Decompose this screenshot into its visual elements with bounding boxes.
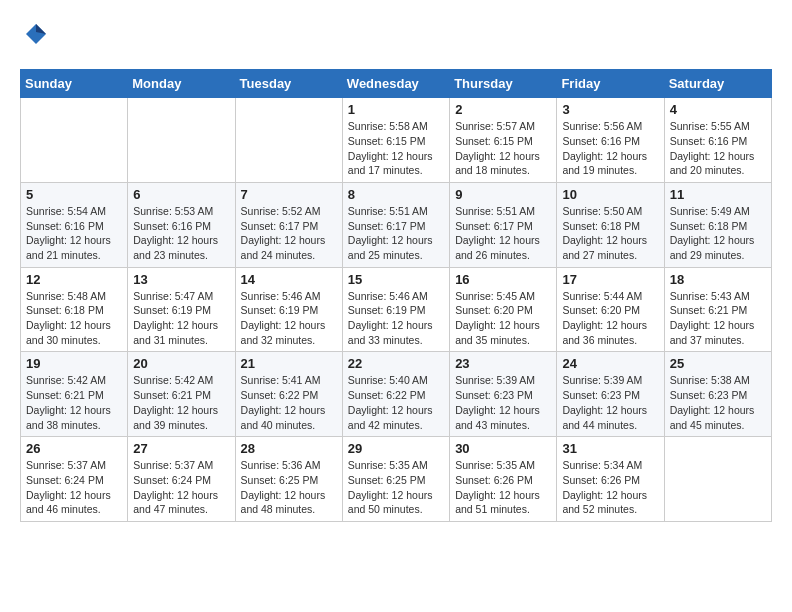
calendar-cell — [128, 98, 235, 183]
day-info: Sunrise: 5:56 AM Sunset: 6:16 PM Dayligh… — [562, 119, 658, 178]
day-info: Sunrise: 5:42 AM Sunset: 6:21 PM Dayligh… — [26, 373, 122, 432]
day-info: Sunrise: 5:46 AM Sunset: 6:19 PM Dayligh… — [348, 289, 444, 348]
day-info: Sunrise: 5:38 AM Sunset: 6:23 PM Dayligh… — [670, 373, 766, 432]
calendar-cell: 12Sunrise: 5:48 AM Sunset: 6:18 PM Dayli… — [21, 267, 128, 352]
calendar-cell: 11Sunrise: 5:49 AM Sunset: 6:18 PM Dayli… — [664, 182, 771, 267]
weekday-thursday: Thursday — [450, 70, 557, 98]
calendar-cell: 17Sunrise: 5:44 AM Sunset: 6:20 PM Dayli… — [557, 267, 664, 352]
weekday-saturday: Saturday — [664, 70, 771, 98]
day-number: 17 — [562, 272, 658, 287]
day-number: 8 — [348, 187, 444, 202]
day-info: Sunrise: 5:41 AM Sunset: 6:22 PM Dayligh… — [241, 373, 337, 432]
calendar-cell: 3Sunrise: 5:56 AM Sunset: 6:16 PM Daylig… — [557, 98, 664, 183]
calendar-cell: 6Sunrise: 5:53 AM Sunset: 6:16 PM Daylig… — [128, 182, 235, 267]
day-info: Sunrise: 5:36 AM Sunset: 6:25 PM Dayligh… — [241, 458, 337, 517]
day-info: Sunrise: 5:51 AM Sunset: 6:17 PM Dayligh… — [455, 204, 551, 263]
day-number: 23 — [455, 356, 551, 371]
day-number: 10 — [562, 187, 658, 202]
day-info: Sunrise: 5:35 AM Sunset: 6:25 PM Dayligh… — [348, 458, 444, 517]
calendar-cell: 30Sunrise: 5:35 AM Sunset: 6:26 PM Dayli… — [450, 437, 557, 522]
day-number: 24 — [562, 356, 658, 371]
day-info: Sunrise: 5:48 AM Sunset: 6:18 PM Dayligh… — [26, 289, 122, 348]
calendar-cell: 9Sunrise: 5:51 AM Sunset: 6:17 PM Daylig… — [450, 182, 557, 267]
calendar-cell: 7Sunrise: 5:52 AM Sunset: 6:17 PM Daylig… — [235, 182, 342, 267]
calendar-cell: 19Sunrise: 5:42 AM Sunset: 6:21 PM Dayli… — [21, 352, 128, 437]
day-number: 21 — [241, 356, 337, 371]
day-number: 27 — [133, 441, 229, 456]
day-number: 11 — [670, 187, 766, 202]
day-number: 26 — [26, 441, 122, 456]
day-info: Sunrise: 5:39 AM Sunset: 6:23 PM Dayligh… — [562, 373, 658, 432]
day-info: Sunrise: 5:45 AM Sunset: 6:20 PM Dayligh… — [455, 289, 551, 348]
calendar-cell: 25Sunrise: 5:38 AM Sunset: 6:23 PM Dayli… — [664, 352, 771, 437]
calendar-cell: 2Sunrise: 5:57 AM Sunset: 6:15 PM Daylig… — [450, 98, 557, 183]
day-number: 3 — [562, 102, 658, 117]
day-info: Sunrise: 5:51 AM Sunset: 6:17 PM Dayligh… — [348, 204, 444, 263]
day-info: Sunrise: 5:54 AM Sunset: 6:16 PM Dayligh… — [26, 204, 122, 263]
day-number: 30 — [455, 441, 551, 456]
calendar-cell: 29Sunrise: 5:35 AM Sunset: 6:25 PM Dayli… — [342, 437, 449, 522]
day-number: 18 — [670, 272, 766, 287]
day-number: 15 — [348, 272, 444, 287]
calendar-cell: 16Sunrise: 5:45 AM Sunset: 6:20 PM Dayli… — [450, 267, 557, 352]
calendar-cell — [235, 98, 342, 183]
calendar-cell: 20Sunrise: 5:42 AM Sunset: 6:21 PM Dayli… — [128, 352, 235, 437]
day-info: Sunrise: 5:44 AM Sunset: 6:20 PM Dayligh… — [562, 289, 658, 348]
day-info: Sunrise: 5:55 AM Sunset: 6:16 PM Dayligh… — [670, 119, 766, 178]
day-info: Sunrise: 5:34 AM Sunset: 6:26 PM Dayligh… — [562, 458, 658, 517]
calendar-body: 1Sunrise: 5:58 AM Sunset: 6:15 PM Daylig… — [21, 98, 772, 522]
day-number: 25 — [670, 356, 766, 371]
weekday-tuesday: Tuesday — [235, 70, 342, 98]
day-number: 29 — [348, 441, 444, 456]
calendar-cell: 5Sunrise: 5:54 AM Sunset: 6:16 PM Daylig… — [21, 182, 128, 267]
day-info: Sunrise: 5:58 AM Sunset: 6:15 PM Dayligh… — [348, 119, 444, 178]
day-info: Sunrise: 5:42 AM Sunset: 6:21 PM Dayligh… — [133, 373, 229, 432]
calendar-cell: 21Sunrise: 5:41 AM Sunset: 6:22 PM Dayli… — [235, 352, 342, 437]
day-info: Sunrise: 5:50 AM Sunset: 6:18 PM Dayligh… — [562, 204, 658, 263]
week-row-0: 1Sunrise: 5:58 AM Sunset: 6:15 PM Daylig… — [21, 98, 772, 183]
day-number: 9 — [455, 187, 551, 202]
day-number: 12 — [26, 272, 122, 287]
page-header — [20, 20, 772, 53]
calendar-cell: 24Sunrise: 5:39 AM Sunset: 6:23 PM Dayli… — [557, 352, 664, 437]
day-info: Sunrise: 5:53 AM Sunset: 6:16 PM Dayligh… — [133, 204, 229, 263]
day-number: 14 — [241, 272, 337, 287]
weekday-friday: Friday — [557, 70, 664, 98]
calendar-cell: 27Sunrise: 5:37 AM Sunset: 6:24 PM Dayli… — [128, 437, 235, 522]
day-number: 31 — [562, 441, 658, 456]
day-number: 2 — [455, 102, 551, 117]
day-number: 20 — [133, 356, 229, 371]
logo — [20, 20, 50, 53]
day-info: Sunrise: 5:39 AM Sunset: 6:23 PM Dayligh… — [455, 373, 551, 432]
day-number: 22 — [348, 356, 444, 371]
week-row-2: 12Sunrise: 5:48 AM Sunset: 6:18 PM Dayli… — [21, 267, 772, 352]
day-info: Sunrise: 5:43 AM Sunset: 6:21 PM Dayligh… — [670, 289, 766, 348]
weekday-wednesday: Wednesday — [342, 70, 449, 98]
day-number: 1 — [348, 102, 444, 117]
calendar-cell: 1Sunrise: 5:58 AM Sunset: 6:15 PM Daylig… — [342, 98, 449, 183]
day-info: Sunrise: 5:40 AM Sunset: 6:22 PM Dayligh… — [348, 373, 444, 432]
day-number: 6 — [133, 187, 229, 202]
calendar-cell: 31Sunrise: 5:34 AM Sunset: 6:26 PM Dayli… — [557, 437, 664, 522]
day-number: 13 — [133, 272, 229, 287]
calendar-cell: 15Sunrise: 5:46 AM Sunset: 6:19 PM Dayli… — [342, 267, 449, 352]
calendar-table: SundayMondayTuesdayWednesdayThursdayFrid… — [20, 69, 772, 522]
calendar-cell: 23Sunrise: 5:39 AM Sunset: 6:23 PM Dayli… — [450, 352, 557, 437]
day-info: Sunrise: 5:46 AM Sunset: 6:19 PM Dayligh… — [241, 289, 337, 348]
week-row-4: 26Sunrise: 5:37 AM Sunset: 6:24 PM Dayli… — [21, 437, 772, 522]
calendar-cell: 14Sunrise: 5:46 AM Sunset: 6:19 PM Dayli… — [235, 267, 342, 352]
calendar-cell: 8Sunrise: 5:51 AM Sunset: 6:17 PM Daylig… — [342, 182, 449, 267]
day-info: Sunrise: 5:57 AM Sunset: 6:15 PM Dayligh… — [455, 119, 551, 178]
day-info: Sunrise: 5:37 AM Sunset: 6:24 PM Dayligh… — [26, 458, 122, 517]
day-number: 19 — [26, 356, 122, 371]
weekday-monday: Monday — [128, 70, 235, 98]
calendar-cell: 22Sunrise: 5:40 AM Sunset: 6:22 PM Dayli… — [342, 352, 449, 437]
weekday-sunday: Sunday — [21, 70, 128, 98]
week-row-1: 5Sunrise: 5:54 AM Sunset: 6:16 PM Daylig… — [21, 182, 772, 267]
day-info: Sunrise: 5:35 AM Sunset: 6:26 PM Dayligh… — [455, 458, 551, 517]
week-row-3: 19Sunrise: 5:42 AM Sunset: 6:21 PM Dayli… — [21, 352, 772, 437]
calendar-cell — [21, 98, 128, 183]
calendar-cell: 26Sunrise: 5:37 AM Sunset: 6:24 PM Dayli… — [21, 437, 128, 522]
day-info: Sunrise: 5:49 AM Sunset: 6:18 PM Dayligh… — [670, 204, 766, 263]
calendar-cell: 28Sunrise: 5:36 AM Sunset: 6:25 PM Dayli… — [235, 437, 342, 522]
